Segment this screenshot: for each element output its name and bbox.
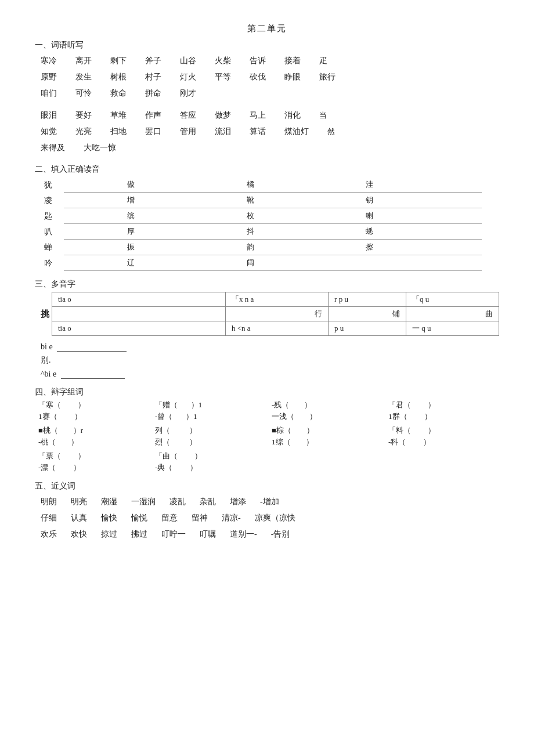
- vocab-item: 流泪: [215, 124, 231, 140]
- list-item: 列（ ）: [155, 425, 266, 436]
- duoyinzi-table: tia o 「x n a r p u 「q u 行 铺 曲 tia o h <n…: [52, 292, 499, 336]
- vocab-item: 咱们: [41, 85, 57, 102]
- bianzi-group: ■桃（ ）r -桃（ ）: [38, 425, 149, 447]
- pinyin-bot-cell: p u: [329, 321, 406, 336]
- vocab-item: 疋: [319, 53, 327, 69]
- table-row: 吟 辽 阔: [41, 255, 482, 271]
- pinyin-top-cell: 「x n a: [225, 292, 328, 307]
- vocab-item: 接着: [284, 53, 301, 69]
- bianzi-group-empty: [388, 451, 499, 473]
- table-row: 凌 增 靴 钥: [41, 193, 482, 208]
- section5-title: 五、近义词: [35, 481, 499, 491]
- jinyi-item: 叮嘱: [200, 526, 216, 542]
- biezi-blank2: [61, 369, 125, 379]
- bianzi-group: 「君（ ） 1群（ ）: [388, 400, 499, 422]
- char-cell: 吟: [41, 255, 64, 271]
- jinyi-item: 掠过: [101, 526, 117, 542]
- vocab-item: 灯火: [180, 69, 196, 85]
- section-bianzi: 四、辩字组词 「寒（ ） 1赛（ ） 「赠（ ）1 -曾（ ）1 -残（ ） 一…: [35, 387, 499, 473]
- list-item: -桃（ ）: [38, 437, 149, 447]
- biezi-label2: 别.: [41, 356, 51, 364]
- vocab-item: 旅行: [319, 69, 335, 85]
- list-item: 「赠（ ）1: [155, 400, 266, 410]
- pinyin-cell: [183, 255, 243, 271]
- char-cell2: 缤: [124, 208, 183, 224]
- vocab-item: 算话: [250, 124, 266, 140]
- char-cell3: 抖: [243, 224, 303, 240]
- pinyin-cell: [422, 224, 482, 240]
- vocab-item: 知觉: [41, 124, 57, 140]
- jinyi-item: 认真: [71, 510, 87, 526]
- vocab-item: 发生: [75, 69, 92, 85]
- list-item: ■棕（ ）: [272, 425, 383, 436]
- vocab-item: 马上: [250, 107, 266, 124]
- table-row: 行 铺 曲: [52, 307, 499, 321]
- pinyin-cell: [302, 193, 362, 208]
- bianzi-group: -残（ ） 一浅（ ）: [272, 400, 383, 422]
- vocab-item: 告诉: [250, 53, 266, 69]
- pinyin-top-cell: r p u: [329, 292, 406, 307]
- list-item: 烈（ ）: [155, 437, 266, 447]
- section4-title: 四、辩字组词: [35, 387, 499, 397]
- jinyi-item: 留神: [192, 510, 208, 526]
- vocab-item: 做梦: [215, 107, 231, 124]
- vocab-item: 救命: [110, 85, 127, 102]
- section1-title: 一、词语听写: [35, 40, 499, 50]
- pinyin-cell: [422, 240, 482, 255]
- vocab-item: 离开: [75, 53, 92, 69]
- pinyin-table: 犹 傲 橘 洼 凌 增 靴 钥 匙 缤: [41, 177, 482, 271]
- bianzi-group: ■棕（ ） 1综（ ）: [272, 425, 383, 447]
- vocab-item: 拼命: [145, 85, 161, 102]
- vocab-item: 来得及: [41, 140, 65, 156]
- char-cell3: 橘: [243, 177, 303, 193]
- list-item: 「票（ ）: [38, 451, 149, 461]
- vocab-item: 砍伐: [250, 69, 266, 85]
- section2-title: 二、填入正确读音: [35, 164, 499, 175]
- char-cell3: 韵: [243, 240, 303, 255]
- section-duoyinzi: 三、多音字 挑 tia o 「x n a r p u 「q u 行 铺 曲 ti…: [35, 279, 499, 379]
- pinyin-cell: [183, 208, 243, 224]
- char-cell2: 厚: [124, 224, 183, 240]
- biezi-section: bi e 别. ^bi e: [41, 342, 499, 379]
- pinyin-cell: [64, 177, 124, 193]
- jinyi-item: 愉悦: [131, 510, 147, 526]
- table-row: 匙 缤 枚 喇: [41, 208, 482, 224]
- list-item: 「料（ ）: [388, 425, 499, 436]
- jinyi-item: 明亮: [71, 494, 87, 510]
- vocab-item: 山谷: [180, 53, 196, 69]
- list-item: -典（ ）: [155, 462, 266, 473]
- pinyin-cell: [302, 208, 362, 224]
- vocab-item: 寒冷: [41, 53, 57, 69]
- jinyi-item: 道别一-: [230, 526, 257, 542]
- jinyi-row: 明朗 明亮 潮湿 一湿润 凌乱 杂乱 增添 -增加: [41, 494, 499, 510]
- vocab-item: 管用: [180, 124, 196, 140]
- table-row: tia o 「x n a r p u 「q u: [52, 292, 499, 307]
- jinyi-row: 仔细 认真 愉快 愉悦 留意 留神 清凉- 凉爽（凉快: [41, 510, 499, 526]
- section-jinyi: 五、近义词 明朗 明亮 潮湿 一湿润 凌乱 杂乱 增添 -增加 仔细 认真 愉快…: [35, 481, 499, 542]
- biezi-label3: ^bi e: [41, 370, 56, 378]
- pinyin-cell: [64, 255, 124, 271]
- vocab-item: 可怜: [75, 85, 92, 102]
- vocab-item: 扫地: [110, 124, 127, 140]
- word-cell: 曲: [406, 307, 499, 321]
- vocab-item: 煤油灯: [284, 124, 309, 140]
- bianzi-group: 「赠（ ）1 -曾（ ）1: [155, 400, 266, 422]
- pinyin-cell: [302, 224, 362, 240]
- jinyi-item: 叮咛一: [161, 526, 186, 542]
- word-cell: [52, 307, 226, 321]
- jinyi-item: -告别: [271, 526, 290, 542]
- bianzi-group: 「曲（ ） -典（ ）: [155, 451, 266, 473]
- vocab-item: 作声: [145, 107, 161, 124]
- vocab-item: 树根: [110, 69, 127, 85]
- vocab-item: 平等: [215, 69, 231, 85]
- duoyinzi-char: 挑: [41, 309, 49, 320]
- vocab-item: 草堆: [110, 107, 127, 124]
- jinyi-item: 潮湿: [101, 494, 117, 510]
- char-cell4: [362, 255, 422, 271]
- vocab-item: 大吃一惊: [84, 140, 116, 156]
- pinyin-cell: [183, 224, 243, 240]
- jinyi-item: 仔细: [41, 510, 57, 526]
- table-row: 蝉 振 韵 擦: [41, 240, 482, 255]
- char-cell: 凌: [41, 193, 64, 208]
- jinyi-row: 欢乐 欢快 掠过 拂过 叮咛一 叮嘱 道别一- -告别: [41, 526, 499, 542]
